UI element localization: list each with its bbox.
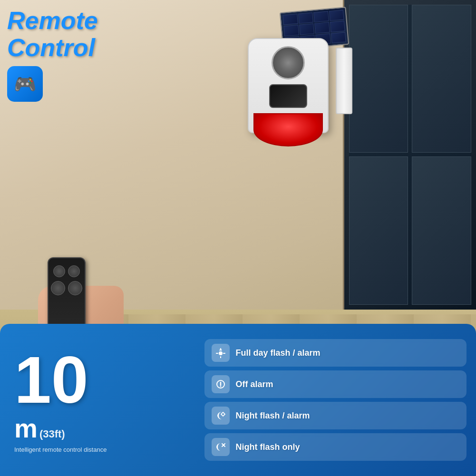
feature-night-flash-only: Night flash only (204, 433, 466, 461)
remote-icon-badge: 🎮 (7, 66, 43, 102)
night-flash-only-label: Night flash only (235, 442, 300, 452)
device-speaker (272, 46, 305, 79)
features-section: 24 Full day flash / alarm Off alarm (200, 324, 476, 476)
distance-section: 10 m (33ft) Intelligent remote control d… (0, 324, 200, 476)
window-pane-3 (349, 156, 408, 304)
device-camera (269, 84, 307, 108)
solar-cell (299, 23, 314, 35)
night-flash-only-icon (212, 438, 230, 456)
window-right (343, 0, 476, 310)
device-body (248, 38, 329, 133)
solar-cell (313, 11, 329, 22)
night-flash-alarm-icon (212, 407, 230, 425)
window-pane-4 (412, 156, 471, 304)
page-title: Remote Control (7, 7, 98, 61)
info-panel: 10 m (33ft) Intelligent remote control d… (0, 324, 476, 476)
off-alarm-label: Off alarm (235, 379, 273, 389)
svg-point-7 (220, 386, 221, 387)
solar-cell (330, 21, 345, 32)
title-section: Remote Control 🎮 (7, 7, 98, 102)
remote-button-1 (53, 265, 65, 277)
device-red-dome (253, 113, 323, 146)
wall-mount-bracket (336, 48, 352, 114)
full-day-icon: 24 (212, 344, 230, 362)
night-flash-alarm-label: Night flash / alarm (235, 411, 310, 421)
remote-button-2 (68, 265, 80, 277)
full-day-label: Full day flash / alarm (235, 348, 320, 358)
solar-cell (282, 14, 298, 25)
distance-ft-label: (33ft) (39, 428, 65, 440)
remote-button-4 (68, 281, 82, 295)
window-pane-2 (412, 5, 471, 153)
svg-point-8 (222, 413, 224, 416)
solar-cell (314, 22, 330, 34)
distance-description: Intelligent remote control distance (14, 446, 107, 453)
window-pane-1 (349, 5, 408, 153)
svg-point-0 (219, 351, 223, 355)
solar-cell (329, 10, 344, 21)
distance-unit: m (33ft) (14, 413, 65, 444)
feature-off-alarm: Off alarm (204, 370, 466, 398)
solar-cell (283, 25, 299, 36)
remote-button-row-2 (51, 281, 82, 295)
feature-night-flash-alarm: Night flash / alarm (204, 402, 466, 429)
solar-cell (330, 32, 346, 43)
remote-button-row-1 (53, 265, 80, 277)
distance-m-label: m (14, 413, 38, 444)
remote-control-icon: 🎮 (14, 74, 36, 95)
distance-number: 10 (14, 347, 88, 413)
remote-button-3 (51, 281, 65, 295)
feature-full-day: 24 Full day flash / alarm (204, 339, 466, 367)
svg-text:24: 24 (219, 349, 222, 351)
off-alarm-icon (212, 375, 230, 393)
security-device (238, 19, 343, 152)
window-panes (349, 5, 471, 305)
solar-cell (298, 12, 313, 24)
